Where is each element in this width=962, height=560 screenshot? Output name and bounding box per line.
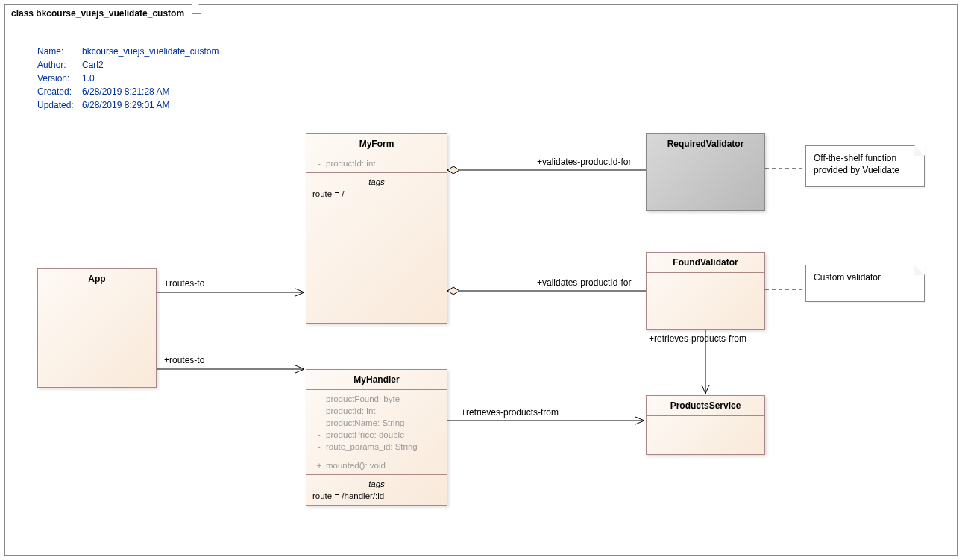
meta-row: Updated: 6/28/2019 8:29:01 AM	[37, 98, 219, 112]
visibility: -	[312, 441, 326, 453]
visibility: -	[312, 393, 326, 405]
diagram-metadata: Name: bkcourse_vuejs_vuelidate_custom Au…	[37, 45, 219, 112]
class-tags: tags route = /	[306, 173, 447, 203]
note-required[interactable]: Off-the-shelf function provided by Vueli…	[805, 145, 925, 187]
edge-label: +routes-to	[164, 278, 204, 289]
visibility: -	[312, 429, 326, 441]
meta-row: Version: 1.0	[37, 72, 219, 85]
meta-value: 1.0	[82, 72, 95, 85]
class-title: RequiredValidator	[647, 134, 764, 154]
meta-label: Author:	[37, 58, 82, 72]
visibility: -	[312, 405, 326, 417]
class-foundvalidator[interactable]: FoundValidator	[646, 252, 765, 330]
attribute-text: productId: int	[326, 157, 375, 169]
class-title: ProductsService	[647, 396, 764, 416]
meta-row: Author: Carl2	[37, 58, 219, 72]
class-myform[interactable]: MyForm - productId: int tags route = /	[306, 133, 447, 324]
meta-row: Created: 6/28/2019 8:21:28 AM	[37, 85, 219, 98]
note-line: provided by Vuelidate	[814, 165, 899, 175]
attribute-row: - productFound: byte	[312, 393, 441, 405]
attribute-row: - route_params_id: String	[312, 441, 441, 453]
note-found[interactable]: Custom validator	[805, 265, 925, 302]
edge-label: +retrieves-products-from	[461, 407, 559, 418]
tags-heading: tags	[312, 478, 441, 490]
meta-value: bkcourse_vuejs_vuelidate_custom	[82, 45, 219, 58]
class-tags: tags route = /handler/:id	[306, 475, 447, 505]
operation-row: + mounted(): void	[312, 459, 441, 471]
tags-line: route = /handler/:id	[312, 491, 384, 500]
frame-title-tab: class bkcourse_vuejs_vuelidate_custom	[4, 4, 192, 22]
class-myhandler[interactable]: MyHandler - productFound: byte - product…	[306, 369, 447, 506]
edge-label: +validates-productId-for	[537, 277, 631, 288]
attribute-text: productId: int	[326, 405, 375, 417]
tags-heading: tags	[312, 176, 441, 188]
class-operations: + mounted(): void	[306, 456, 447, 475]
note-line: Off-the-shelf function	[814, 153, 896, 163]
class-app[interactable]: App	[37, 268, 157, 388]
edge-label: +retrieves-products-from	[649, 333, 746, 344]
visibility: -	[312, 417, 326, 429]
meta-label: Name:	[37, 45, 82, 58]
meta-value: 6/28/2019 8:29:01 AM	[82, 98, 169, 112]
attribute-row: - productName: String	[312, 417, 441, 429]
edge-label: +validates-productId-for	[537, 157, 631, 167]
class-attributes: - productFound: byte - productId: int - …	[306, 390, 447, 456]
attribute-row: - productPrice: double	[312, 429, 441, 441]
attribute-text: productName: String	[326, 417, 404, 429]
class-title: FoundValidator	[647, 253, 764, 273]
class-title: App	[38, 269, 156, 289]
note-line: Custom validator	[814, 272, 881, 283]
attribute-row: - productId: int	[312, 405, 441, 417]
tags-line: route = /	[312, 189, 345, 198]
class-attributes: - productId: int	[306, 154, 447, 173]
meta-value: Carl2	[82, 58, 104, 72]
meta-label: Updated:	[37, 98, 82, 112]
meta-row: Name: bkcourse_vuejs_vuelidate_custom	[37, 45, 219, 58]
attribute-text: productPrice: double	[326, 429, 404, 441]
visibility: +	[312, 459, 326, 471]
edge-label: +routes-to	[164, 355, 204, 365]
class-productsservice[interactable]: ProductsService	[646, 395, 765, 455]
operation-text: mounted(): void	[326, 459, 386, 471]
attribute-row: - productId: int	[312, 157, 441, 169]
frame-title: class bkcourse_vuejs_vuelidate_custom	[11, 8, 184, 19]
meta-value: 6/28/2019 8:21:28 AM	[82, 85, 169, 98]
attribute-text: productFound: byte	[326, 393, 400, 405]
attribute-text: route_params_id: String	[326, 441, 418, 453]
class-requiredvalidator[interactable]: RequiredValidator	[646, 133, 765, 211]
meta-label: Created:	[37, 85, 82, 98]
visibility: -	[312, 157, 326, 169]
class-title: MyForm	[306, 134, 447, 154]
class-title: MyHandler	[306, 370, 447, 390]
meta-label: Version:	[37, 72, 82, 85]
